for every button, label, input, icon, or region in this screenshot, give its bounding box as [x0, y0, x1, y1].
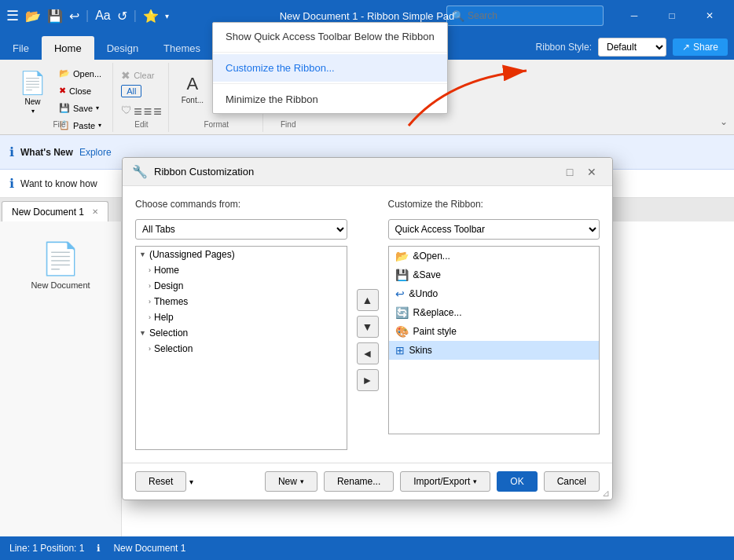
tree-selection-child[interactable]: › Selection [145, 341, 347, 357]
rename-label: Rename... [337, 476, 380, 487]
dialog-titlebar: 🔧 Ribbon Customization □ ✕ [123, 158, 612, 186]
rename-button[interactable]: Rename... [324, 471, 394, 492]
replace-icon-list: 🔄 [395, 306, 409, 319]
undo-icon-list: ↩ [395, 287, 405, 300]
paint-item-label: Paint style [413, 326, 457, 337]
dialog-maximize-button[interactable]: □ [559, 161, 581, 183]
expand-unassigned: ▼ [139, 251, 146, 258]
commands-tree: ▼ (Unassigned Pages) › Home › Design › T… [135, 246, 347, 450]
skins-icon-list: ⊞ [395, 344, 405, 357]
ribbon-items-list: 📂 &Open... 💾 &Save ↩ &Undo 🔄 R&eplace... [388, 246, 600, 434]
cancel-label: Cancel [557, 476, 586, 487]
expand-help: › [149, 313, 151, 321]
new-dialog-label: New [278, 476, 297, 487]
customize-ribbon-label: Customize the Ribbon: [388, 199, 600, 210]
list-item-open[interactable]: 📂 &Open... [389, 247, 600, 265]
dialog-middle-controls: ▲ ▼ ◄ ► [357, 199, 379, 450]
list-item-paint[interactable]: 🎨 Paint style [389, 322, 600, 341]
dialog-footer-left: Reset ▾ [135, 471, 193, 492]
skins-item-label: Skins [409, 345, 432, 356]
ribbon-customization-dialog: 🔧 Ribbon Customization □ ✕ Choose comman… [122, 157, 613, 500]
reset-button[interactable]: Reset [135, 471, 186, 492]
expand-selection-child: › [149, 345, 151, 353]
reset-label: Reset [149, 476, 173, 487]
tree-selection-parent[interactable]: ▼ Selection [136, 325, 347, 341]
list-item-replace[interactable]: 🔄 R&eplace... [389, 303, 600, 322]
dialog-body: Choose commands from: All Tabs ▼ (Unassi… [123, 186, 612, 463]
expand-home: › [149, 266, 151, 274]
reset-arrow[interactable]: ▾ [189, 478, 193, 486]
commands-from-select[interactable]: All Tabs [135, 219, 347, 240]
dialog-title-text: Ribbon Customization [154, 166, 559, 178]
import-export-arrow: ▾ [473, 478, 477, 485]
cancel-button[interactable]: Cancel [544, 471, 600, 492]
open-item-label: &Open... [413, 251, 450, 262]
unassigned-label: (Unassigned Pages) [149, 249, 235, 260]
save-item-label: &Save [413, 269, 441, 280]
paint-icon-list: 🎨 [395, 325, 409, 338]
dialog-close-button[interactable]: ✕ [581, 161, 603, 183]
selection-parent-label: Selection [149, 328, 188, 339]
list-item-save[interactable]: 💾 &Save [389, 265, 600, 284]
dialog-left-panel: Choose commands from: All Tabs ▼ (Unassi… [135, 199, 347, 450]
resize-handle[interactable]: ⊿ [600, 487, 612, 500]
tree-help[interactable]: › Help [145, 309, 347, 325]
tree-themes[interactable]: › Themes [145, 294, 347, 309]
import-export-button[interactable]: Import/Export ▾ [400, 471, 490, 492]
tree-unassigned[interactable]: ▼ (Unassigned Pages) [136, 247, 347, 262]
dialog-right-panel: Customize the Ribbon: Quick Access Toolb… [388, 199, 600, 450]
move-right-button[interactable]: ► [357, 369, 379, 391]
dialog-overlay: 🔧 Ribbon Customization □ ✕ Choose comman… [0, 0, 734, 560]
save-icon-list: 💾 [395, 269, 409, 281]
expand-design: › [149, 282, 151, 290]
open-icon-list: 📂 [395, 250, 409, 262]
ok-label: OK [510, 476, 523, 487]
replace-item-label: R&eplace... [413, 307, 462, 318]
expand-themes: › [149, 298, 151, 306]
ok-button[interactable]: OK [497, 471, 537, 492]
help-label: Help [154, 312, 174, 323]
dialog-footer: Reset ▾ New ▾ Rename... Import/Export ▾ … [123, 463, 612, 500]
move-down-button[interactable]: ▼ [357, 316, 379, 338]
home-label: Home [154, 265, 179, 276]
undo-item-label: &Undo [409, 288, 439, 299]
tree-home[interactable]: › Home [145, 262, 347, 278]
list-item-skins[interactable]: ⊞ Skins [389, 341, 600, 360]
selection-child-label: Selection [154, 343, 193, 354]
dialog-title-icon: 🔧 [132, 164, 148, 179]
tree-design[interactable]: › Design [145, 278, 347, 294]
choose-commands-label: Choose commands from: [135, 199, 347, 210]
design-label: Design [154, 280, 183, 291]
move-up-button[interactable]: ▲ [357, 289, 379, 311]
expand-selection: ▼ [139, 329, 146, 337]
themes-label: Themes [154, 296, 188, 307]
customize-ribbon-select[interactable]: Quick Access Toolbar [388, 219, 600, 240]
new-dialog-arrow: ▾ [300, 478, 304, 485]
new-button-dialog[interactable]: New ▾ [265, 471, 317, 492]
list-item-undo[interactable]: ↩ &Undo [389, 284, 600, 303]
import-export-label: Import/Export [413, 476, 470, 487]
move-left-button[interactable]: ◄ [357, 342, 379, 364]
